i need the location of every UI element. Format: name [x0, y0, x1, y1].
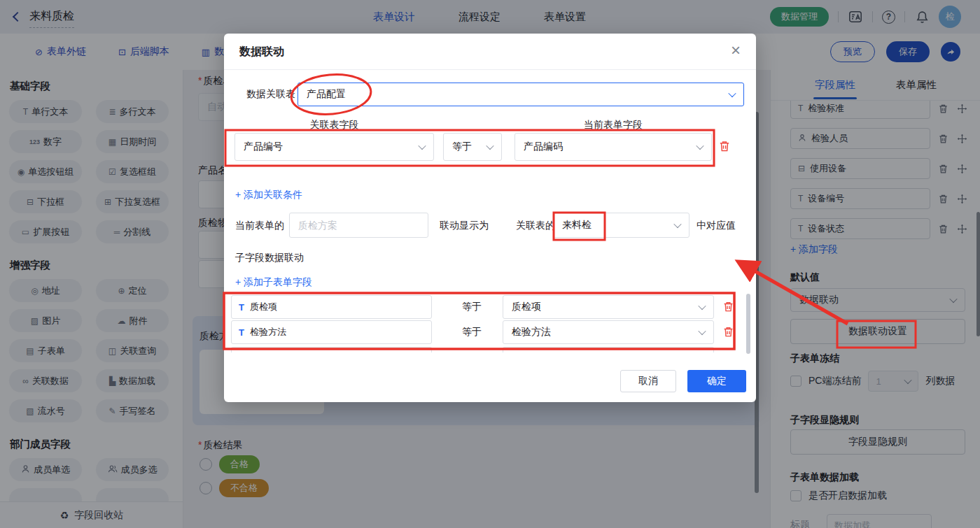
subfield-source-2[interactable]: T 检验方法	[231, 320, 432, 344]
chevron-down-icon	[486, 142, 493, 150]
add-subform-field-link[interactable]: + 添加子表单字段	[235, 276, 312, 289]
subfield-op-2: 等于	[462, 326, 482, 338]
modal-scrollbar[interactable]	[746, 294, 750, 354]
display-field-input[interactable]	[289, 213, 428, 238]
corresponding-value-label: 中对应值	[696, 220, 736, 232]
subfield-target-select-2[interactable]: 检验方法	[503, 320, 714, 344]
chevron-down-icon	[418, 142, 426, 150]
subfield-op-1: 等于	[462, 301, 482, 313]
col-header-current-field: 当前表单字段	[514, 119, 712, 131]
text-icon: T	[239, 302, 244, 313]
modal-header: 数据联动 ×	[224, 34, 756, 70]
chevron-down-icon	[728, 90, 736, 97]
subfield-linkage-title: 子字段数据联动	[235, 252, 304, 264]
chevron-down-icon	[673, 220, 681, 228]
delete-condition-icon[interactable]	[718, 140, 731, 152]
current-field-value: 产品编码	[524, 141, 563, 153]
modal-title: 数据联动	[239, 45, 284, 59]
relation-display-select[interactable]: 来料检	[553, 213, 690, 238]
data-linkage-modal: 数据联动 × 数据关联表 产品配置 关联表字段 当前表单字段 产品编号 等于 产…	[224, 34, 756, 402]
relation-table-value: 产品配置	[307, 88, 346, 101]
of-relation-table-label: 关联表的	[516, 220, 555, 232]
delete-subfield-icon[interactable]	[722, 301, 735, 313]
chevron-down-icon	[698, 327, 706, 335]
close-icon[interactable]: ×	[731, 42, 741, 59]
linkage-show-as-label: 联动显示为	[440, 220, 489, 232]
add-condition-link[interactable]: + 添加关联条件	[235, 189, 302, 201]
current-form-prefix: 当前表单的	[235, 220, 284, 232]
subfield-source-label: 检验方法	[250, 326, 286, 338]
operator-value: 等于	[452, 141, 472, 153]
cancel-button[interactable]: 取消	[620, 370, 676, 392]
relation-table-select[interactable]: 产品配置	[298, 83, 744, 106]
subfield-target-value: 质检项	[512, 301, 541, 313]
current-field-select[interactable]: 产品编码	[514, 133, 712, 161]
subfield-target-value: 检验方法	[512, 326, 551, 338]
chevron-down-icon	[696, 142, 704, 150]
operator-select[interactable]: 等于	[443, 133, 502, 161]
relation-display-value: 来料检	[562, 219, 592, 231]
relation-field-value: 产品编号	[244, 141, 283, 153]
subfield-source-1[interactable]: T 质检项	[231, 295, 432, 319]
subfield-source-partial	[231, 347, 432, 352]
confirm-button[interactable]: 确定	[687, 370, 746, 392]
subfield-target-select-1[interactable]: 质检项	[503, 295, 714, 319]
delete-subfield-icon[interactable]	[722, 326, 735, 338]
subfield-target-partial	[503, 347, 714, 352]
relation-table-label: 数据关联表	[246, 88, 295, 101]
col-header-relation-field: 关联表字段	[234, 119, 434, 131]
chevron-down-icon	[698, 302, 706, 310]
text-icon: T	[239, 327, 244, 338]
subfield-source-label: 质检项	[250, 301, 277, 313]
relation-field-select[interactable]: 产品编号	[234, 133, 434, 161]
